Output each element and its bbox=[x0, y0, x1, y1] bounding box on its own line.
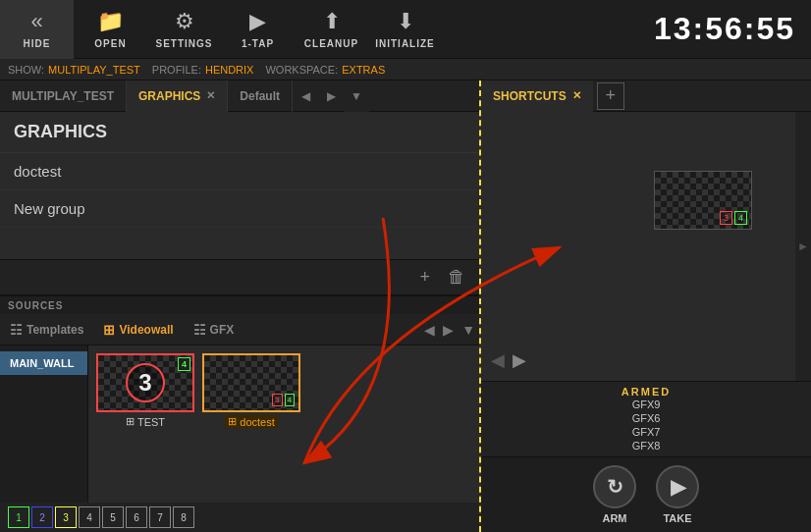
settings-button[interactable]: ⚙ SETTINGS bbox=[147, 0, 221, 59]
left-panel: MULTIPLAY_TEST GRAPHICS ✕ Default ◀ ▶ ▼ … bbox=[0, 80, 481, 532]
nav-arrows: ◀ ▶ bbox=[491, 349, 526, 371]
left-arrow[interactable]: ◀ bbox=[491, 349, 505, 371]
sources-tab-gfx[interactable]: ☷ GFX bbox=[184, 314, 244, 346]
sources-dropdown-btn[interactable]: ▼ bbox=[458, 320, 479, 340]
right-scroll: ► bbox=[795, 112, 811, 381]
sources-content: MAIN_WALL 3 4 ⊞ TEST bbox=[0, 346, 479, 503]
sources-prev-btn[interactable]: ◀ bbox=[420, 320, 439, 340]
shortcuts-area: 3 4 ► ◀ ▶ bbox=[481, 112, 811, 381]
shortcuts-tab[interactable]: SHORTCUTS ✕ bbox=[481, 80, 593, 112]
info-bar: SHOW: MULTIPLAY_TEST PROFILE: HENDRIX WO… bbox=[0, 59, 811, 80]
tab-default[interactable]: Default bbox=[228, 80, 293, 112]
num-cell-1[interactable]: 1 bbox=[8, 506, 29, 528]
sources-tabs-row: ☷ Templates ⊞ Videowall ☷ GFX ◀ ▶ ▼ bbox=[0, 314, 479, 346]
add-button[interactable]: + bbox=[413, 265, 436, 290]
bottom-controls: + 🗑 bbox=[0, 259, 479, 294]
sources-section: SOURCES ☷ Templates ⊞ Videowall ☷ GFX ◀ … bbox=[0, 294, 479, 532]
thumb-label-doctest: ⊞ doctest bbox=[225, 415, 277, 428]
workspace-value: EXTRAS bbox=[342, 64, 385, 76]
thumb-item-test[interactable]: 3 4 ⊞ TEST bbox=[96, 353, 194, 428]
main-wall-item[interactable]: MAIN_WALL bbox=[0, 351, 87, 375]
sources-header: SOURCES bbox=[0, 296, 479, 314]
armed-item-gfx6: GFX6 bbox=[489, 411, 803, 425]
tab-next-arrow[interactable]: ▶ bbox=[318, 80, 344, 112]
thumb-img-test: 3 4 bbox=[96, 353, 194, 412]
profile-key: PROFILE: bbox=[152, 64, 201, 76]
armed-item-gfx7: GFX7 bbox=[489, 425, 803, 439]
take-button[interactable]: ▶ TAKE bbox=[656, 465, 699, 524]
doctest-red-badge: 3 bbox=[272, 394, 282, 406]
num-cell-4[interactable]: 4 bbox=[79, 506, 100, 528]
graphics-item-newgroup[interactable]: New group bbox=[0, 190, 479, 228]
workspace-key: WORKSPACE: bbox=[265, 64, 338, 76]
num-cell-7[interactable]: 7 bbox=[149, 506, 171, 528]
doctest-grid-icon: ⊞ bbox=[228, 415, 237, 428]
delete-button[interactable]: 🗑 bbox=[442, 265, 471, 290]
graphics-list: GRAPHICS doctest New group bbox=[0, 112, 479, 259]
sources-next-btn[interactable]: ▶ bbox=[439, 320, 458, 340]
clock-display: 13:56:55 bbox=[654, 11, 811, 47]
initialize-icon: ⬇ bbox=[397, 9, 414, 34]
armed-list: GFX9 GFX6 GFX7 GFX8 bbox=[489, 398, 803, 452]
shortcuts-tabs-row: SHORTCUTS ✕ + bbox=[481, 80, 811, 112]
graphics-item-doctest[interactable]: doctest bbox=[0, 153, 479, 190]
close-graphics-tab[interactable]: ✕ bbox=[206, 89, 215, 102]
arm-icon: ↻ bbox=[593, 465, 636, 508]
thumb-label-test: ⊞ TEST bbox=[126, 415, 165, 428]
close-shortcuts-tab[interactable]: ✕ bbox=[572, 89, 581, 102]
shortcuts-thumbnail[interactable]: 3 4 bbox=[654, 171, 752, 230]
take-icon: ▶ bbox=[656, 465, 699, 508]
videowall-icon: ⊞ bbox=[103, 322, 115, 338]
shortcut-badges: 3 4 bbox=[720, 211, 747, 225]
sources-tab-templates[interactable]: ☷ Templates bbox=[0, 314, 93, 346]
main-area: MULTIPLAY_TEST GRAPHICS ✕ Default ◀ ▶ ▼ … bbox=[0, 80, 811, 532]
show-key: SHOW: bbox=[8, 64, 44, 76]
sources-grid: 3 4 ⊞ TEST 3 bbox=[88, 346, 479, 503]
templates-icon: ☷ bbox=[10, 322, 23, 338]
hide-button[interactable]: « HIDE bbox=[0, 0, 74, 59]
settings-icon: ⚙ bbox=[175, 9, 194, 34]
right-arrow[interactable]: ▶ bbox=[513, 349, 526, 371]
profile-value: HENDRIX bbox=[205, 64, 254, 76]
arm-take-row: ↻ ARM ▶ TAKE bbox=[481, 456, 811, 532]
armed-item-gfx8: GFX8 bbox=[489, 439, 803, 452]
num-cell-3[interactable]: 3 bbox=[55, 506, 77, 528]
armed-take-area: ARMED GFX9 GFX6 GFX7 GFX8 bbox=[481, 382, 811, 456]
num-cell-5[interactable]: 5 bbox=[102, 506, 124, 528]
initialize-button[interactable]: ⬇ INITIALIZE bbox=[368, 0, 442, 59]
thumb-item-doctest[interactable]: 3 4 ⊞ doctest bbox=[202, 353, 300, 428]
sources-sidebar: MAIN_WALL bbox=[0, 346, 88, 503]
num-cell-2[interactable]: 2 bbox=[31, 506, 53, 528]
sources-tab-videowall[interactable]: ⊞ Videowall bbox=[93, 314, 183, 346]
open-button[interactable]: 📁 OPEN bbox=[74, 0, 147, 59]
num-badge-test: 3 bbox=[126, 363, 165, 402]
add-shortcuts-tab[interactable]: + bbox=[597, 82, 624, 110]
open-icon: 📁 bbox=[97, 9, 124, 34]
show-value: MULTIPLAY_TEST bbox=[48, 64, 140, 76]
doctest-green-badge: 4 bbox=[285, 394, 295, 406]
graphics-header: GRAPHICS bbox=[0, 112, 479, 153]
armed-item-gfx9: GFX9 bbox=[489, 398, 803, 411]
num-cell-8[interactable]: 8 bbox=[173, 506, 194, 528]
gfx-icon: ☷ bbox=[193, 322, 206, 338]
tabs-row: MULTIPLAY_TEST GRAPHICS ✕ Default ◀ ▶ ▼ bbox=[0, 80, 479, 112]
corner-badge-test: 4 bbox=[178, 357, 190, 371]
shortcut-green-badge: 4 bbox=[734, 211, 747, 225]
cleanup-icon: ⬆ bbox=[323, 9, 341, 34]
bottom-right: ARMED GFX9 GFX6 GFX7 GFX8 ↻ ARM ▶ TAKE bbox=[481, 381, 811, 532]
armed-section: ARMED GFX9 GFX6 GFX7 GFX8 bbox=[481, 382, 811, 456]
thumb-img-doctest: 3 4 bbox=[202, 353, 300, 412]
scroll-right-arrow[interactable]: ► bbox=[797, 239, 809, 253]
thumb-grid-icon: ⊞ bbox=[126, 415, 135, 428]
shortcut-red-badge: 3 bbox=[720, 211, 732, 225]
tab-prev-arrow[interactable]: ◀ bbox=[293, 80, 318, 112]
tab-graphics[interactable]: GRAPHICS ✕ bbox=[127, 80, 228, 112]
onetap-button[interactable]: ▶ 1-TAP bbox=[221, 0, 295, 59]
num-cell-6[interactable]: 6 bbox=[126, 506, 147, 528]
onetap-icon: ▶ bbox=[249, 9, 266, 34]
cleanup-button[interactable]: ⬆ CLEANUP bbox=[295, 0, 368, 59]
tab-multiplay-test[interactable]: MULTIPLAY_TEST bbox=[0, 80, 127, 112]
num-grid: 1 2 3 4 5 6 7 8 bbox=[0, 503, 479, 532]
tab-dropdown-arrow[interactable]: ▼ bbox=[344, 80, 369, 112]
arm-button[interactable]: ↻ ARM bbox=[593, 465, 636, 524]
